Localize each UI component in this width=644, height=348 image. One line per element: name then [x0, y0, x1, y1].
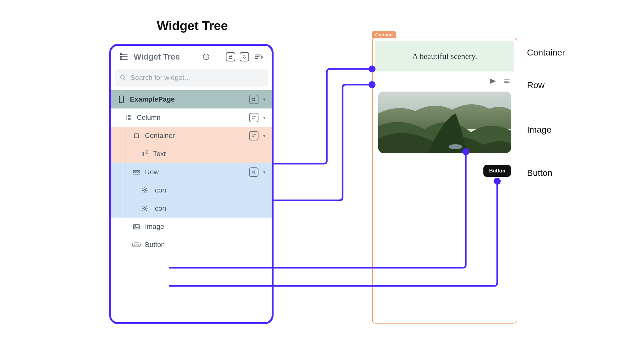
tree-item-label: Column — [137, 113, 161, 122]
tree-item-label: Button — [145, 241, 165, 249]
side-label-row: Row — [527, 80, 545, 90]
tree-item-label: Icon — [153, 186, 166, 194]
tree-item-column[interactable]: Column ▾ — [111, 108, 272, 127]
side-label-container: Container — [527, 48, 565, 58]
menu-lines-icon[interactable] — [503, 78, 510, 86]
add-child-button[interactable] — [249, 113, 258, 122]
gear-icon — [140, 187, 149, 194]
widget-tree-list: ExamplePage ▾ Column ▾ — [111, 90, 272, 254]
widget-tree-header-label: Widget Tree — [134, 52, 180, 62]
tree-item-container[interactable]: Container ▾ — [111, 127, 272, 145]
preview-container-text: A beautiful scenery. — [412, 52, 477, 61]
svg-point-27 — [253, 118, 253, 119]
preview-image — [378, 92, 511, 153]
tree-item-label: ExamplePage — [130, 95, 175, 103]
svg-point-19 — [254, 100, 255, 101]
svg-point-28 — [254, 118, 255, 119]
svg-rect-38 — [134, 171, 135, 173]
add-child-button[interactable] — [249, 95, 258, 104]
svg-text:BTN: BTN — [134, 244, 139, 247]
svg-point-8 — [206, 55, 206, 55]
tree-item-label: Container — [145, 132, 175, 140]
svg-point-43 — [253, 172, 253, 173]
tree-item-label: Text — [153, 150, 166, 158]
svg-point-32 — [253, 134, 253, 135]
chevron-down-icon[interactable]: ▾ — [262, 133, 267, 138]
tree-item-button[interactable]: BTN Button — [111, 236, 272, 254]
svg-point-17 — [253, 98, 253, 99]
tree-list-icon — [119, 51, 129, 62]
svg-point-44 — [254, 172, 255, 173]
chevron-down-icon[interactable]: ▾ — [262, 170, 267, 175]
tree-item-label: Icon — [153, 204, 166, 213]
preview-panel: Column A beautiful scenery. — [372, 38, 517, 324]
svg-rect-31 — [135, 134, 139, 138]
widget-tree-panel: Widget Tree — [109, 44, 274, 324]
svg-rect-40 — [138, 171, 140, 173]
image-icon — [132, 223, 141, 230]
svg-point-4 — [120, 59, 122, 60]
svg-point-34 — [254, 136, 255, 137]
expand-collapse-button[interactable] — [240, 52, 249, 61]
add-child-button[interactable] — [249, 167, 258, 177]
svg-point-2 — [120, 56, 122, 57]
row-icon — [132, 169, 141, 175]
page-title: Widget Tree — [157, 19, 228, 33]
button-widget-icon: BTN — [132, 242, 141, 248]
tree-item-row[interactable]: Row ▾ — [111, 163, 272, 181]
chevron-down-icon[interactable]: ▾ — [262, 115, 267, 120]
preview-row — [373, 71, 517, 88]
chevron-down-icon[interactable]: ▾ — [262, 97, 267, 102]
preview-column-tag: Column — [372, 31, 396, 38]
side-label-image: Image — [527, 125, 551, 135]
widget-tree-header: Widget Tree — [111, 46, 272, 66]
svg-point-47 — [144, 189, 146, 191]
info-icon[interactable] — [201, 51, 211, 62]
tree-item-label: Row — [145, 168, 159, 176]
gear-icon — [140, 205, 149, 212]
send-icon[interactable] — [488, 77, 497, 87]
tree-item-label: Image — [145, 223, 164, 231]
tree-item-text[interactable]: TT Text — [111, 145, 272, 163]
side-label-button: Button — [527, 168, 552, 178]
svg-rect-15 — [120, 96, 124, 103]
container-icon — [132, 132, 141, 139]
sort-options-button[interactable] — [253, 51, 264, 62]
svg-point-18 — [253, 100, 253, 101]
svg-point-33 — [253, 136, 253, 137]
add-child-button[interactable] — [249, 131, 258, 140]
page-icon — [117, 95, 126, 103]
svg-point-26 — [253, 116, 253, 117]
svg-point-0 — [120, 54, 122, 55]
tree-item-page[interactable]: ExamplePage ▾ — [111, 90, 272, 108]
lock-open-button[interactable] — [226, 52, 235, 61]
svg-rect-9 — [229, 56, 232, 59]
search-icon — [120, 74, 126, 81]
svg-point-57 — [449, 144, 462, 149]
column-icon — [124, 114, 133, 121]
svg-point-48 — [144, 208, 146, 209]
svg-point-42 — [253, 171, 253, 172]
svg-rect-39 — [136, 171, 137, 173]
preview-button[interactable]: Button — [483, 165, 511, 177]
text-icon: TT — [140, 150, 149, 158]
widget-search-input[interactable] — [130, 74, 263, 82]
tree-item-icon[interactable]: Icon — [111, 181, 272, 199]
widget-search[interactable] — [115, 69, 268, 87]
tree-item-icon[interactable]: Icon — [111, 199, 272, 218]
preview-container: A beautiful scenery. — [375, 41, 514, 71]
tree-item-image[interactable]: Image — [111, 218, 272, 236]
svg-line-14 — [124, 79, 125, 80]
